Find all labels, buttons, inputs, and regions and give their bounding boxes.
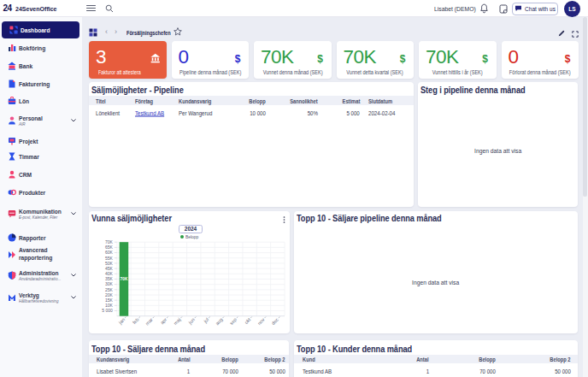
svg-text:maj: maj — [173, 316, 182, 326]
svg-text:sep: sep — [228, 316, 238, 326]
svg-text:20K: 20K — [105, 292, 114, 297]
svg-text:apr: apr — [159, 316, 168, 325]
svg-text:jul: jul — [202, 316, 209, 324]
svg-text:30K: 30K — [105, 281, 114, 286]
svg-text:10K: 10K — [105, 303, 114, 308]
svg-text:5 000: 5 000 — [102, 308, 113, 313]
svg-text:nov: nov — [256, 316, 266, 326]
svg-text:65K: 65K — [105, 244, 114, 250]
svg-text:15K: 15K — [105, 297, 114, 303]
svg-text:35K: 35K — [105, 276, 114, 281]
svg-text:feb: feb — [132, 316, 140, 325]
svg-text:25K: 25K — [105, 286, 114, 292]
svg-text:55K: 55K — [105, 255, 114, 260]
svg-text:jan: jan — [117, 316, 126, 325]
svg-text:mar: mar — [144, 316, 154, 326]
svg-text:jun: jun — [187, 316, 196, 325]
svg-text:70K: 70K — [121, 277, 128, 281]
svg-text:40K: 40K — [105, 271, 114, 276]
svg-text:aug: aug — [215, 316, 224, 326]
svg-text:45K: 45K — [105, 266, 114, 271]
svg-text:50K: 50K — [105, 261, 114, 266]
svg-text:dec: dec — [271, 316, 280, 326]
svg-text:60K: 60K — [105, 250, 114, 255]
svg-text:70K: 70K — [105, 239, 114, 244]
